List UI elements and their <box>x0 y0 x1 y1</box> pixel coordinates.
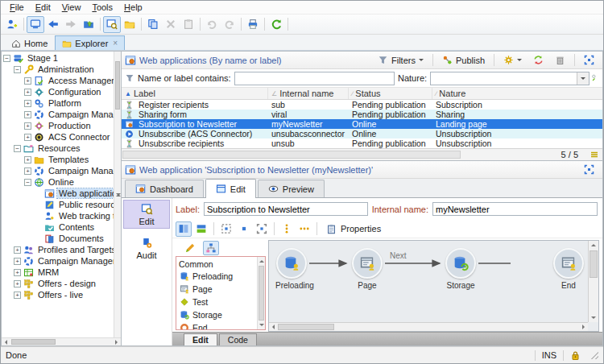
actions-gear-button[interactable] <box>499 52 527 68</box>
expand-plus-icon[interactable]: + <box>24 77 31 85</box>
collapse-minus-icon[interactable]: − <box>3 55 10 62</box>
scroll-down-icon[interactable] <box>258 321 265 329</box>
redo-button[interactable] <box>221 16 238 33</box>
publish-button[interactable]: Publish <box>437 52 490 68</box>
tab-explorer[interactable]: Explorer × <box>55 35 125 50</box>
bottom-tab-edit[interactable]: Edit <box>184 333 217 345</box>
palette-scroll-thumb[interactable] <box>259 266 264 321</box>
workflow-canvas[interactable]: Next PreloadingPageStorageEnd <box>268 240 599 332</box>
workflow-node-end[interactable]: End <box>552 248 585 290</box>
tree-item-documents[interactable]: Documents <box>2 233 114 244</box>
nature-filter-select[interactable] <box>430 72 590 85</box>
expand-plus-icon[interactable]: + <box>14 246 21 254</box>
dropdown-arrow-icon[interactable] <box>577 72 589 85</box>
tree-item-web-tracking-tags[interactable]: Web tracking tags <box>2 210 114 221</box>
list-menu-icon[interactable] <box>590 150 599 159</box>
table-hscroll-thumb[interactable] <box>122 151 461 159</box>
canvas-vertical-scrollbar[interactable] <box>588 241 598 322</box>
collapse-minus-icon[interactable]: − <box>14 145 21 152</box>
tree-item-templates[interactable]: +Templates <box>2 154 114 165</box>
desktop-view-button[interactable] <box>27 16 44 33</box>
refresh-button[interactable] <box>267 16 285 33</box>
palette-item-test[interactable]: Test <box>176 296 257 308</box>
expand-plus-icon[interactable]: + <box>24 89 31 96</box>
diagram-mode-button[interactable] <box>203 241 219 255</box>
side-edit-button[interactable]: Edit <box>123 200 170 229</box>
menu-file[interactable]: File <box>4 2 30 13</box>
tab-preview[interactable]: Preview <box>258 180 325 197</box>
print-button[interactable] <box>244 16 262 33</box>
open-button[interactable] <box>121 16 139 33</box>
table-row[interactable]: Sharing formviralPending publicationShar… <box>122 110 602 119</box>
tab-dashboard[interactable]: Dashboard <box>125 180 204 197</box>
paste-button[interactable] <box>180 16 197 33</box>
column-header-nature[interactable]: ∕Nature <box>432 88 602 99</box>
table-row[interactable]: Register recipientssubPending publicatio… <box>122 100 602 110</box>
back-button[interactable] <box>44 16 62 33</box>
tree-item-configuration[interactable]: +Configuration <box>2 86 114 97</box>
tree-item-administration[interactable]: −Administration <box>2 64 114 75</box>
sync-button[interactable] <box>528 52 548 68</box>
table-row[interactable]: Subscription to NewslettermyNewsletterOn… <box>122 119 602 129</box>
workflow-node-preloading[interactable]: Preloading <box>275 248 308 290</box>
scroll-up-icon[interactable] <box>258 257 265 265</box>
tree-item-access-management[interactable]: +Access Management <box>2 75 114 86</box>
forward-button[interactable] <box>62 16 80 33</box>
expand-plus-icon[interactable]: + <box>14 269 21 276</box>
tree-item-web-applications[interactable]: Web applications <box>2 188 114 199</box>
scroll-up-icon[interactable] <box>589 241 598 249</box>
palette-item-end[interactable]: End <box>176 321 257 329</box>
column-header-status[interactable]: ∕Status <box>349 88 432 99</box>
tree-horizontal-scrollbar[interactable] <box>2 337 121 345</box>
copy-button[interactable] <box>144 16 162 33</box>
tree-item-campaign-management[interactable]: +Campaign Management <box>2 165 114 176</box>
zoom-fit-button[interactable] <box>218 221 234 237</box>
palette-item-storage[interactable]: Storage <box>176 308 257 321</box>
tree-item-resources[interactable]: −Resources <box>2 143 114 154</box>
field-options-icon[interactable] <box>591 73 599 83</box>
menu-edit[interactable]: Edit <box>30 2 56 13</box>
scroll-right-icon[interactable] <box>580 323 588 331</box>
close-tab-icon[interactable]: × <box>113 39 118 48</box>
expand-plus-icon[interactable]: + <box>14 280 21 287</box>
palette-item-page[interactable]: Page <box>176 283 257 296</box>
menu-tools[interactable]: Tools <box>86 2 118 13</box>
tree-item-stage-1[interactable]: −Stage 1 <box>2 52 114 64</box>
tree-item-offers-live[interactable]: +Offers - live <box>2 289 114 300</box>
tree-item-mrm[interactable]: +MRM <box>2 267 114 278</box>
new-connection-button[interactable] <box>3 16 21 33</box>
scroll-left-icon[interactable] <box>2 338 10 345</box>
tree-item-production[interactable]: +Production <box>2 120 114 131</box>
table-row[interactable]: Unsubscribe recipientsunsubPending publi… <box>122 139 602 148</box>
more-options-button[interactable] <box>296 221 312 237</box>
resize-grip[interactable] <box>590 351 598 359</box>
internal-name-field-input[interactable] <box>432 202 598 216</box>
side-audit-button[interactable]: Audit <box>123 234 170 263</box>
scroll-down-icon[interactable] <box>114 52 122 337</box>
tree-item-profiles-and-targets[interactable]: +Profiles and Targets <box>2 244 114 255</box>
expand-plus-icon[interactable]: + <box>14 258 21 265</box>
explorer-view-button[interactable] <box>103 16 121 33</box>
canvas-horizontal-scrollbar[interactable] <box>269 322 588 331</box>
workflow-node-storage[interactable]: Storage <box>445 248 477 290</box>
expand-plus-icon[interactable]: + <box>24 168 31 175</box>
table-row[interactable]: Unsubscribe (ACS Connector)unsubacsconne… <box>122 129 602 139</box>
expand-list-button[interactable] <box>579 52 599 68</box>
bottom-tab-code[interactable]: Code <box>219 333 257 345</box>
vertical-options-button[interactable] <box>279 221 295 237</box>
expand-plus-icon[interactable]: + <box>24 156 31 163</box>
expand-plus-icon[interactable]: + <box>24 122 31 130</box>
properties-button[interactable]: Properties <box>321 222 386 236</box>
pencil-mode-button[interactable] <box>182 241 198 255</box>
expand-plus-icon[interactable]: + <box>24 111 31 118</box>
expand-plus-icon[interactable]: + <box>24 100 31 107</box>
tree-item-offers-design[interactable]: +Offers - design <box>2 278 114 289</box>
menu-help[interactable]: Help <box>118 2 148 13</box>
tree-item-online[interactable]: −Online <box>2 176 114 188</box>
workflow-node-page[interactable]: Page <box>351 248 383 290</box>
palette-item-preloading[interactable]: Preloading <box>176 270 257 283</box>
expand-plus-icon[interactable]: + <box>14 292 21 299</box>
parent-folder-button[interactable] <box>80 16 97 33</box>
collapse-minus-icon[interactable]: − <box>24 179 31 186</box>
column-header-internal-name[interactable]: ∠Internal name <box>268 88 349 99</box>
